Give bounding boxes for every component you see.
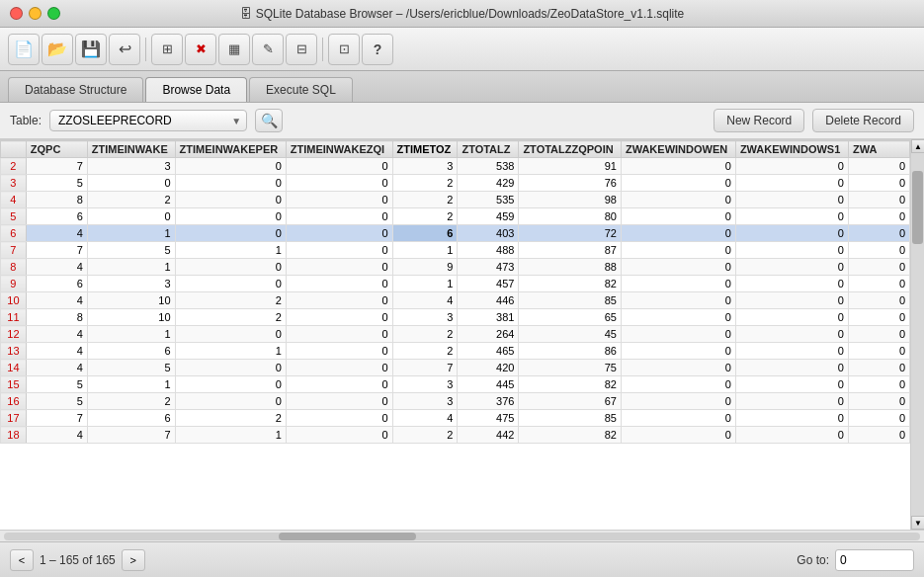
cell-zwakewindows1[interactable]: 0 <box>735 225 848 242</box>
cell-zwakewindowen[interactable]: 0 <box>621 427 735 444</box>
cell-zqpc[interactable]: 4 <box>26 292 87 309</box>
tab-db-structure[interactable]: Database Structure <box>8 77 143 102</box>
scroll-up-btn[interactable]: ▲ <box>911 139 924 153</box>
cell-ztotalzzqpoin[interactable]: 72 <box>519 225 622 242</box>
cell-zwa[interactable]: 0 <box>848 376 909 393</box>
next-page-button[interactable]: > <box>122 549 145 571</box>
cell-ztimetoz[interactable]: 7 <box>392 360 458 376</box>
cell-ztimetoz[interactable]: 2 <box>392 427 458 444</box>
cell-ztimetoz[interactable]: 3 <box>392 309 458 326</box>
table-row[interactable]: 165200337667000 <box>1 393 910 410</box>
cell-ztotalzzqpoin[interactable]: 85 <box>519 410 622 427</box>
cell-zqpc[interactable]: 7 <box>26 158 87 175</box>
table-row[interactable]: 184710244282000 <box>1 427 910 444</box>
cell-ztimeinwakezqi[interactable]: 0 <box>286 225 392 242</box>
cell-zqpc[interactable]: 8 <box>26 192 87 208</box>
cell-ztimeinwakeper[interactable]: 0 <box>175 175 286 192</box>
cell-zwa[interactable]: 0 <box>848 343 909 360</box>
cell-ztimeinwake[interactable]: 5 <box>87 242 175 259</box>
goto-input[interactable] <box>835 549 914 571</box>
cell-ztotalz[interactable]: 535 <box>458 192 519 208</box>
data-table-wrapper[interactable]: ZQPC ZTIMEINWAKE ZTIMEINWAKEPER ZTIMEINW… <box>0 139 910 530</box>
cell-ztotalzzqpoin[interactable]: 75 <box>519 360 622 376</box>
cell-ztimetoz[interactable]: 3 <box>392 393 458 410</box>
cell-ztimeinwakezqi[interactable]: 0 <box>286 259 392 276</box>
cell-zwakewindowen[interactable]: 0 <box>621 192 735 208</box>
cell-zqpc[interactable]: 5 <box>26 393 87 410</box>
table-row[interactable]: 1041020444685000 <box>1 292 910 309</box>
cell-zwakewindows1[interactable]: 0 <box>735 393 848 410</box>
table-row[interactable]: 96300145782000 <box>1 276 910 292</box>
help-btn[interactable]: ? <box>362 34 393 65</box>
table-row[interactable]: 56000245980000 <box>1 208 910 225</box>
cell-zwakewindows1[interactable]: 0 <box>735 309 848 326</box>
cell-ztimeinwakezqi[interactable]: 0 <box>286 427 392 444</box>
table-row[interactable]: 177620447585000 <box>1 410 910 427</box>
cell-zqpc[interactable]: 4 <box>26 427 87 444</box>
cell-ztimeinwake[interactable]: 0 <box>87 175 175 192</box>
delete-record-button[interactable]: Delete Record <box>812 109 914 132</box>
cell-ztimeinwakeper[interactable]: 2 <box>175 410 286 427</box>
cell-ztotalzzqpoin[interactable]: 88 <box>519 259 622 276</box>
cell-zqpc[interactable]: 4 <box>26 343 87 360</box>
horizontal-scrollbar[interactable] <box>0 530 924 541</box>
cell-ztimetoz[interactable]: 9 <box>392 259 458 276</box>
cell-ztimeinwake[interactable]: 6 <box>87 343 175 360</box>
cell-ztotalz[interactable]: 381 <box>458 309 519 326</box>
cell-ztimeinwakezqi[interactable]: 0 <box>286 276 392 292</box>
cell-zwakewindowen[interactable]: 0 <box>621 292 735 309</box>
save-db-btn[interactable]: 💾 <box>75 34 107 65</box>
cell-ztimeinwakezqi[interactable]: 0 <box>286 192 392 208</box>
cell-ztimeinwake[interactable]: 1 <box>87 225 175 242</box>
print-btn[interactable]: ⊡ <box>328 34 360 65</box>
cell-zwa[interactable]: 0 <box>848 360 909 376</box>
table-row[interactable]: 134610246586000 <box>1 343 910 360</box>
cell-ztotalz[interactable]: 442 <box>458 427 519 444</box>
cell-ztimetoz[interactable]: 2 <box>392 208 458 225</box>
cell-ztimeinwakezqi[interactable]: 0 <box>286 242 392 259</box>
cell-ztotalz[interactable]: 538 <box>458 158 519 175</box>
cell-ztotalzzqpoin[interactable]: 98 <box>519 192 622 208</box>
cell-ztimeinwakezqi[interactable]: 0 <box>286 309 392 326</box>
cell-ztotalz[interactable]: 465 <box>458 343 519 360</box>
cell-ztimetoz[interactable]: 2 <box>392 192 458 208</box>
cell-ztimeinwakezqi[interactable]: 0 <box>286 376 392 393</box>
cell-ztimeinwakeper[interactable]: 0 <box>175 276 286 292</box>
cell-ztimeinwakezqi[interactable]: 0 <box>286 158 392 175</box>
cell-zqpc[interactable]: 7 <box>26 410 87 427</box>
cell-zwa[interactable]: 0 <box>848 175 909 192</box>
cell-zwakewindows1[interactable]: 0 <box>735 192 848 208</box>
cell-ztotalz[interactable]: 420 <box>458 360 519 376</box>
cell-ztimeinwake[interactable]: 6 <box>87 410 175 427</box>
cell-ztotalz[interactable]: 475 <box>458 410 519 427</box>
cell-zwa[interactable]: 0 <box>848 292 909 309</box>
minimize-button[interactable] <box>29 7 42 20</box>
scroll-down-btn[interactable]: ▼ <box>911 516 924 530</box>
cell-ztimeinwakezqi[interactable]: 0 <box>286 175 392 192</box>
cell-zwakewindowen[interactable]: 0 <box>621 410 735 427</box>
cell-zwakewindows1[interactable]: 0 <box>735 326 848 343</box>
cell-zqpc[interactable]: 4 <box>26 360 87 376</box>
cell-zwakewindows1[interactable]: 0 <box>735 343 848 360</box>
cell-ztotalzzqpoin[interactable]: 80 <box>519 208 622 225</box>
cell-zwakewindows1[interactable]: 0 <box>735 360 848 376</box>
cell-ztimeinwakezqi[interactable]: 0 <box>286 326 392 343</box>
cell-ztotalz[interactable]: 376 <box>458 393 519 410</box>
cell-zqpc[interactable]: 5 <box>26 376 87 393</box>
table-row[interactable]: 144500742075000 <box>1 360 910 376</box>
cell-zwakewindows1[interactable]: 0 <box>735 410 848 427</box>
table-row[interactable]: 124100226445000 <box>1 326 910 343</box>
cell-zqpc[interactable]: 4 <box>26 326 87 343</box>
cell-ztotalzzqpoin[interactable]: 82 <box>519 427 622 444</box>
cell-zwakewindowen[interactable]: 0 <box>621 208 735 225</box>
cell-ztotalzzqpoin[interactable]: 76 <box>519 175 622 192</box>
cell-zwakewindowen[interactable]: 0 <box>621 309 735 326</box>
cell-zwakewindows1[interactable]: 0 <box>735 208 848 225</box>
cell-ztotalzzqpoin[interactable]: 86 <box>519 343 622 360</box>
cell-zwa[interactable]: 0 <box>848 276 909 292</box>
cell-ztimetoz[interactable]: 2 <box>392 175 458 192</box>
cell-ztotalzzqpoin[interactable]: 85 <box>519 292 622 309</box>
cell-ztimeinwakeper[interactable]: 0 <box>175 158 286 175</box>
cell-ztotalzzqpoin[interactable]: 87 <box>519 242 622 259</box>
cell-ztimetoz[interactable]: 2 <box>392 343 458 360</box>
